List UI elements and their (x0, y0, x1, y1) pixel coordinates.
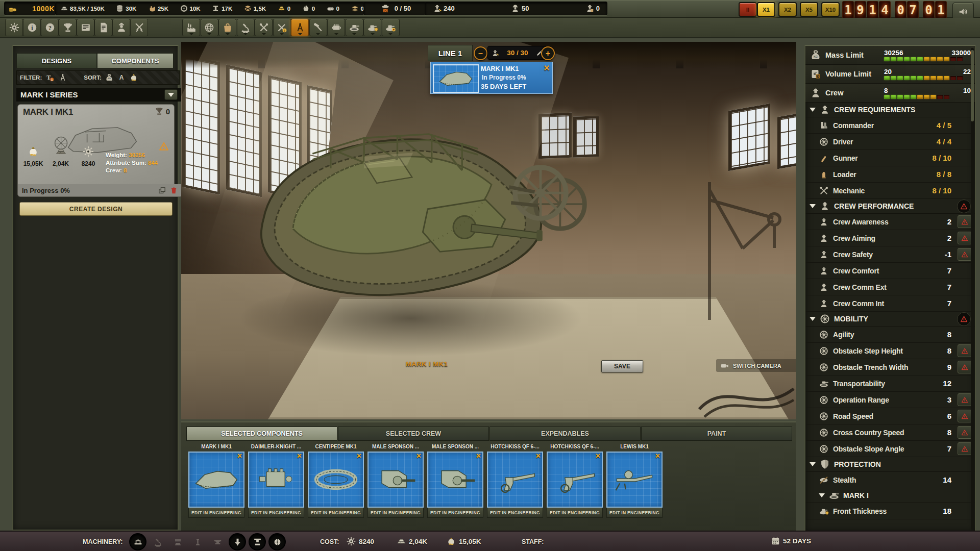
warning-icon[interactable] (958, 344, 972, 357)
section-mark-i[interactable]: MARK I (805, 488, 975, 503)
tab-selected-crew[interactable]: SELECTED CREW (338, 427, 489, 441)
save-button[interactable]: SAVE (601, 360, 643, 372)
component-card[interactable]: HOTCHKISS QF 6-...×EDIT IN ENGINEERING (487, 444, 543, 518)
speed-x10-button[interactable]: X10 (821, 2, 840, 17)
production-line-tab[interactable]: LINE 1 (428, 45, 473, 61)
led-segment (944, 57, 949, 61)
warning-icon[interactable] (958, 215, 972, 228)
crew-decrease-button[interactable]: – (474, 46, 487, 60)
component-card[interactable]: MALE SPONSON ...×EDIT IN ENGINEERING (427, 444, 483, 518)
machine-anvil-icon[interactable] (210, 534, 225, 549)
edit-in-engineering-button[interactable]: EDIT IN ENGINEERING (248, 508, 304, 518)
create-design-button[interactable]: CREATE DESIGN (19, 202, 173, 216)
close-icon[interactable]: × (357, 452, 361, 461)
close-icon[interactable]: × (596, 452, 600, 461)
toolbar-engines-button[interactable] (327, 19, 345, 36)
duplicate-icon[interactable] (158, 186, 166, 195)
component-card[interactable]: CENTIPEDE MK1×EDIT IN ENGINEERING (308, 444, 364, 518)
machine-lathe-icon[interactable] (130, 534, 145, 549)
close-icon[interactable]: × (416, 452, 421, 461)
crew-increase-button[interactable]: + (541, 46, 555, 60)
toolbar-info-button[interactable]: i (23, 19, 41, 36)
pause-button[interactable]: II (739, 2, 757, 17)
warning-icon[interactable] (958, 393, 972, 406)
toolbar-maintenance-button[interactable]: $ (273, 19, 291, 36)
toolbar-design-button[interactable] (291, 19, 309, 36)
tank-model[interactable] (217, 99, 590, 339)
toolbar-armor-button[interactable] (363, 19, 381, 36)
machine-research-icon[interactable] (150, 534, 165, 549)
edit-in-engineering-button[interactable]: EDIT IN ENGINEERING (606, 508, 663, 518)
scrollbar-thumb[interactable] (971, 50, 974, 121)
filter-design-icon[interactable] (58, 73, 67, 82)
component-card[interactable]: HOTCHKISS QF 6-...×EDIT IN ENGINEERING (547, 444, 603, 518)
machine-press-icon[interactable] (250, 534, 265, 549)
warning-icon[interactable] (958, 248, 972, 261)
close-icon[interactable]: × (476, 452, 481, 461)
filter-type-icon[interactable]: T1 (45, 72, 55, 83)
warning-icon[interactable] (958, 442, 972, 455)
toolbar-agent-button[interactable] (112, 19, 130, 36)
component-card[interactable]: MARK I MK1×EDIT IN ENGINEERING (188, 444, 244, 518)
toolbar-help-button[interactable]: ? (41, 19, 59, 36)
toolbar-factory-button[interactable] (182, 19, 200, 36)
toolbar-trophy-button[interactable] (59, 19, 77, 36)
edit-in-engineering-button[interactable]: EDIT IN ENGINEERING (427, 508, 483, 518)
toolbar-vehicles-button[interactable] (346, 19, 363, 36)
section-mobility[interactable]: MOBILITY (805, 312, 975, 327)
sort-weight-icon[interactable]: KG (105, 73, 114, 82)
series-collapse-button[interactable] (164, 89, 178, 100)
close-icon[interactable]: × (297, 452, 302, 461)
production-job-card[interactable]: MARK I MK1 In Progress 0% 35 DAYS LEFT × (430, 62, 553, 94)
edit-in-engineering-button[interactable]: EDIT IN ENGINEERING (188, 508, 244, 518)
machine-pump-icon[interactable] (190, 534, 205, 549)
toolbar-newspaper-button[interactable] (77, 19, 94, 36)
edit-in-engineering-button[interactable]: EDIT IN ENGINEERING (547, 508, 603, 518)
edit-in-engineering-button[interactable]: EDIT IN ENGINEERING (368, 508, 424, 518)
section-crew-requirements[interactable]: CREW REQUIREMENTS (805, 103, 975, 117)
machine-mold-icon[interactable] (170, 534, 185, 549)
toolbar-testing-button[interactable] (309, 19, 327, 36)
toolbar-workshop-button[interactable] (255, 19, 273, 36)
speed-x1-button[interactable]: X1 (757, 2, 775, 17)
edit-in-engineering-button[interactable]: EDIT IN ENGINEERING (487, 508, 543, 518)
toolbar-settings-button[interactable] (5, 19, 23, 36)
warning-icon[interactable] (958, 410, 972, 422)
tab-selected-components[interactable]: SELECTED COMPONENTS (186, 427, 337, 441)
component-card[interactable]: LEWIS MK1×EDIT IN ENGINEERING (606, 444, 663, 518)
close-icon[interactable]: × (544, 62, 550, 74)
toolbar-research-button[interactable] (237, 19, 255, 36)
factory-viewport[interactable]: MARK I MK1 SAVE SWITCH CAMERA (181, 42, 796, 419)
toolbar-weapons-button[interactable] (382, 19, 400, 36)
warning-icon[interactable] (958, 426, 972, 439)
close-icon[interactable]: × (536, 452, 541, 461)
speed-x5-button[interactable]: X5 (800, 2, 818, 17)
close-icon[interactable]: × (237, 452, 242, 461)
sort-cost-icon[interactable] (129, 73, 138, 82)
tab-components[interactable]: COMPONENTS (97, 53, 174, 68)
toolbar-supplies-button[interactable] (218, 19, 236, 36)
design-card[interactable]: MARK I MK1 0 15,05K 2,04K (17, 104, 175, 185)
tab-expendables[interactable]: EXPENDABLES (489, 427, 641, 441)
section-protection[interactable]: PROTECTION (805, 457, 975, 472)
component-card[interactable]: MALE SPONSON ...×EDIT IN ENGINEERING (368, 444, 424, 518)
section-crew-performance[interactable]: CREW PERFORMANCE (805, 199, 975, 214)
tab-paint[interactable]: PAINT (641, 427, 792, 441)
component-card[interactable]: DAIMLER-KNIGHT ...×EDIT IN ENGINEERING (248, 444, 304, 518)
switch-camera-button[interactable]: SWITCH CAMERA (716, 359, 796, 372)
tank-storage-value: 0 / 50 (395, 5, 411, 12)
series-header[interactable]: MARK I SERIES (16, 88, 182, 102)
trash-icon[interactable] (169, 186, 178, 195)
toolbar-globe-button[interactable] (201, 19, 218, 36)
toolbar-battle-button[interactable] (130, 19, 148, 36)
tab-designs[interactable]: DESIGNS (16, 53, 97, 68)
close-icon[interactable]: × (655, 452, 660, 461)
warning-icon[interactable] (958, 232, 972, 244)
sort-alpha-icon[interactable]: A (117, 73, 126, 82)
edit-in-engineering-button[interactable]: EDIT IN ENGINEERING (308, 508, 364, 518)
warning-icon[interactable] (958, 361, 972, 373)
toolbar-report-button[interactable] (94, 19, 112, 36)
machine-disc-icon[interactable] (270, 534, 285, 549)
speed-x2-button[interactable]: X2 (778, 2, 797, 17)
machine-drill-icon[interactable] (230, 534, 245, 549)
